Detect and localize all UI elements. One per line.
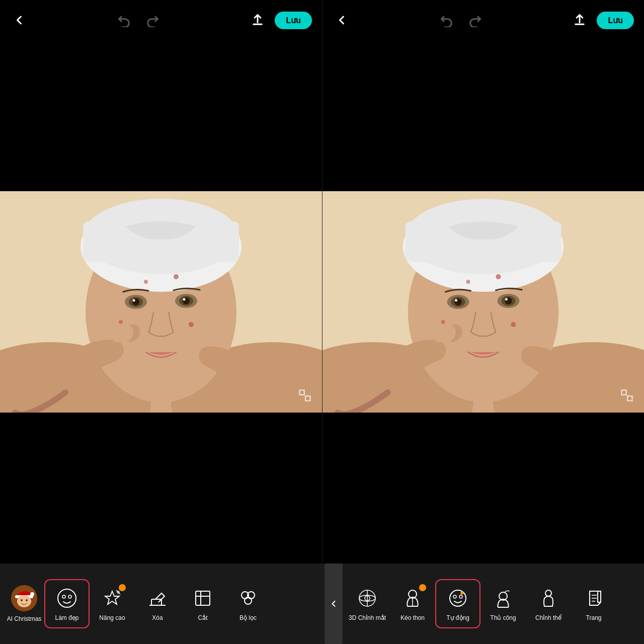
left-lam-dep-label: Làm đẹp [55, 614, 78, 621]
left-topbar-right: Lưu [249, 11, 312, 29]
svg-point-59 [511, 322, 516, 327]
right-save-button[interactable]: Lưu [597, 12, 634, 29]
xoa-icon [145, 586, 170, 610]
right-keo-thon-label: Kéo thon [400, 614, 425, 621]
3d-chinh-mat-icon [355, 586, 379, 610]
right-redo-button[interactable] [466, 11, 484, 29]
svg-point-29 [58, 589, 76, 607]
right-toolbar-item-thu-cong[interactable]: Thủ công [480, 580, 526, 627]
svg-point-56 [455, 299, 457, 302]
right-trang-label: Trang [586, 614, 602, 621]
left-bo-loc-label: Bộ lọc [239, 614, 257, 621]
left-toolbar-item-cat[interactable]: Cắt [180, 580, 225, 627]
right-toolbar-item-chinh-the[interactable]: Chỉnh thể [526, 580, 571, 627]
svg-point-15 [183, 298, 186, 301]
svg-point-26 [17, 595, 31, 607]
ai-christmas-avatar [11, 585, 37, 611]
left-crop-icon[interactable] [298, 388, 312, 405]
left-toolbar-item-nang-cao[interactable]: Nâng cao [90, 580, 135, 627]
right-undo-button[interactable] [438, 11, 456, 29]
right-sub-back-button[interactable] [325, 564, 343, 644]
left-black-top [0, 40, 322, 191]
left-toolbar-item-lam-dep[interactable]: Làm đẹp [44, 579, 90, 628]
svg-point-41 [245, 597, 252, 604]
bo-loc-icon [236, 586, 260, 610]
svg-point-28 [26, 599, 28, 601]
left-undo-button[interactable] [115, 11, 133, 29]
right-toolbar-item-tu-dong[interactable]: Tự động [435, 579, 480, 628]
right-topbar-right: Lưu [571, 11, 634, 29]
svg-point-62 [441, 320, 445, 324]
right-chinh-the-label: Chỉnh thể [535, 614, 561, 621]
left-topbar-left [10, 11, 28, 29]
left-topbar-center [115, 11, 162, 29]
right-black-bottom [323, 413, 644, 564]
trang-icon [582, 586, 606, 610]
left-save-button[interactable]: Lưu [275, 12, 312, 29]
svg-point-72 [453, 595, 456, 598]
keo-thon-badge [419, 584, 426, 591]
left-black-bottom [0, 413, 322, 564]
thu-cong-icon [491, 586, 515, 610]
right-toolbar-item-trang[interactable]: Trang [571, 580, 616, 627]
svg-rect-64 [627, 396, 632, 400]
right-share-button[interactable] [571, 11, 589, 29]
right-topbar-left [333, 11, 351, 29]
nang-cao-badge [119, 584, 126, 591]
svg-point-74 [460, 592, 463, 595]
right-toolbar-item-3d-chinh-mat[interactable]: 3D Chỉnh mắt [345, 580, 390, 627]
chinh-the-icon [536, 586, 560, 610]
right-toolbar-item-keo-thon[interactable]: Kéo thon [390, 580, 435, 627]
lam-dep-icon [55, 586, 79, 610]
svg-point-31 [68, 595, 71, 598]
svg-point-27 [21, 599, 23, 601]
left-nang-cao-label: Nâng cao [99, 614, 125, 621]
left-xoa-label: Xóa [152, 614, 163, 621]
cat-icon [191, 586, 215, 610]
svg-rect-36 [196, 591, 210, 605]
tu-dong-icon [446, 586, 470, 610]
left-cat-label: Cắt [198, 614, 208, 621]
right-tu-dong-label: Tự động [446, 614, 469, 621]
svg-point-60 [496, 274, 501, 279]
right-back-button[interactable] [333, 11, 351, 29]
right-panel: Lưu [322, 0, 644, 644]
svg-point-61 [466, 280, 470, 284]
left-toolbar-items: AI Christmas Làm đẹp [0, 564, 322, 644]
left-toolbar-item-ai-christmas[interactable]: AI Christmas [4, 579, 44, 628]
left-photo-svg [0, 191, 322, 413]
svg-point-14 [133, 299, 135, 302]
svg-point-73 [459, 595, 462, 598]
left-redo-button[interactable] [143, 11, 162, 29]
svg-point-76 [545, 590, 551, 596]
left-topbar: Lưu [0, 0, 322, 40]
left-back-button[interactable] [10, 11, 28, 29]
right-photo-svg [323, 191, 644, 413]
right-topbar-center [438, 11, 484, 29]
left-panel: Lưu [0, 0, 322, 644]
left-toolbar-item-xoa[interactable]: Xóa [135, 580, 180, 627]
left-toolbar-item-bo-loc[interactable]: Bộ lọc [225, 580, 271, 627]
svg-point-71 [450, 590, 466, 606]
svg-point-17 [189, 322, 194, 327]
svg-rect-22 [305, 396, 310, 400]
left-bottom-toolbar: AI Christmas Làm đẹp [0, 564, 322, 644]
right-thu-cong-label: Thủ công [490, 614, 516, 621]
right-photo-area [323, 191, 644, 413]
right-crop-icon[interactable] [620, 388, 634, 405]
svg-point-20 [119, 320, 123, 324]
right-sub-toolbar: 3D Chỉnh mắt Kéo thon [323, 564, 644, 644]
left-share-button[interactable] [249, 11, 267, 29]
svg-point-19 [144, 280, 148, 284]
right-topbar: Lưu [323, 0, 644, 40]
svg-rect-21 [300, 390, 304, 395]
left-photo-area [0, 191, 322, 413]
svg-point-18 [174, 274, 179, 279]
svg-point-25 [30, 592, 34, 596]
right-bottom-toolbar: 3D Chỉnh mắt Kéo thon [323, 564, 644, 644]
right-3d-chinh-mat-label: 3D Chỉnh mắt [349, 614, 386, 621]
left-ai-christmas-label: AI Christmas [7, 615, 42, 622]
svg-point-57 [505, 298, 508, 301]
right-black-top [323, 40, 644, 191]
svg-point-30 [62, 595, 65, 598]
